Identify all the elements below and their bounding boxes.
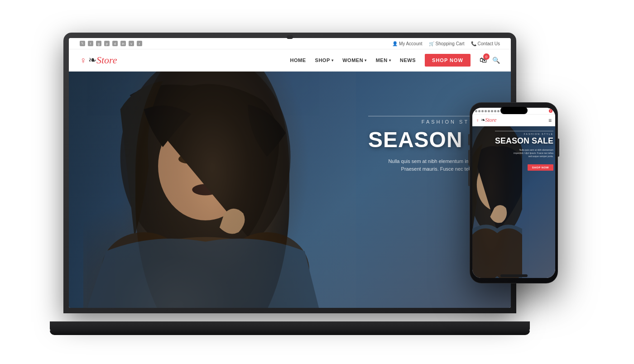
laptop-body: 𝕏 f g p d in v r 👤 My Accou bbox=[63, 33, 516, 313]
phone-cart-badge: 0 bbox=[549, 109, 552, 113]
laptop-device: 𝕏 f g p d in v r 👤 My Accou bbox=[63, 33, 516, 331]
vimeo-icon[interactable]: v bbox=[129, 41, 134, 46]
nav-shop[interactable]: SHOP ▾ bbox=[315, 57, 334, 63]
google-plus-icon[interactable]: g bbox=[96, 41, 101, 46]
phone-social-dot-5 bbox=[488, 110, 490, 112]
phone-social-dot-7 bbox=[494, 110, 496, 112]
phone-notch bbox=[500, 107, 528, 114]
user-icon: 👤 bbox=[392, 41, 398, 46]
logo-icon: ♀ bbox=[80, 55, 86, 66]
laptop-website: 𝕏 f g p d in v r 👤 My Accou bbox=[69, 38, 511, 308]
dribbble-icon[interactable]: d bbox=[112, 41, 118, 46]
season-sale-title: SEASON S bbox=[368, 128, 484, 152]
phone-volume-down-button bbox=[468, 170, 470, 186]
hero-woman-image bbox=[69, 72, 356, 308]
phone-hero-description: Nulla quis sem at nibh elementum imperdi… bbox=[513, 148, 553, 158]
laptop-screen: 𝕏 f g p d in v r 👤 My Accou bbox=[69, 38, 511, 308]
phone-hamburger-button[interactable]: ≡ bbox=[548, 117, 552, 124]
phone-social-dot-4 bbox=[485, 110, 487, 112]
hero-description: Nulla quis sem at nibh elementum imperd.… bbox=[375, 158, 484, 172]
nav-news[interactable]: NEWS bbox=[400, 57, 416, 63]
phone-social-dot-6 bbox=[491, 110, 493, 112]
search-icon[interactable]: 🔍 bbox=[492, 57, 500, 64]
top-links-group: 👤 My Account 🛒 Shopping Cart 📞 Contact U… bbox=[392, 41, 500, 46]
shop-chevron-icon: ▾ bbox=[331, 58, 334, 62]
shopping-cart-link[interactable]: 🛒 Shopping Cart bbox=[429, 41, 465, 46]
phone-mute-button bbox=[468, 134, 470, 145]
phone-social-dot-8 bbox=[497, 110, 500, 112]
laptop-camera bbox=[287, 35, 293, 39]
shopping-cart-label: Shopping Cart bbox=[436, 41, 465, 46]
phone-hero-section: FASHION STYLE SEASON SALE Nulla quis sem… bbox=[472, 126, 555, 278]
women-chevron-icon: ▾ bbox=[365, 58, 367, 62]
instagram-icon[interactable]: in bbox=[120, 41, 126, 46]
contact-us-label: Contact Us bbox=[478, 41, 500, 46]
fashion-style-label: FASHION STYLE bbox=[368, 116, 484, 125]
pinterest-icon[interactable]: p bbox=[104, 41, 110, 46]
contact-us-link[interactable]: 📞 Contact Us bbox=[471, 41, 500, 46]
phone-power-button bbox=[558, 139, 559, 157]
phone-navigation: ♀ ❧Store ≡ bbox=[472, 115, 555, 126]
cart-icon-button[interactable]: 🛍 0 bbox=[480, 56, 487, 64]
my-account-label: My Account bbox=[399, 41, 423, 46]
website-top-bar: 𝕏 f g p d in v r 👤 My Accou bbox=[69, 38, 511, 49]
phone-social-dot-3 bbox=[481, 110, 484, 112]
phone-season-title: SEASON SALE bbox=[495, 137, 553, 146]
phone-device: 0 ♀ ❧Store ≡ bbox=[470, 102, 558, 283]
hero-background: FASHION STYLE SEASON S Nulla quis sem at… bbox=[69, 72, 511, 308]
nav-women[interactable]: WOMEN ▾ bbox=[342, 57, 366, 63]
twitter-icon[interactable]: 𝕏 bbox=[80, 41, 85, 46]
phone-screen: 0 ♀ ❧Store ≡ bbox=[472, 108, 555, 278]
hero-woman-svg bbox=[69, 72, 356, 308]
hero-section: FASHION STYLE SEASON S Nulla quis sem at… bbox=[69, 72, 511, 308]
phone-logo-icon: ♀ bbox=[476, 118, 480, 123]
men-chevron-icon: ▾ bbox=[389, 58, 391, 62]
main-scene: 𝕏 f g p d in v r 👤 My Accou bbox=[0, 0, 634, 364]
phone-shop-now-button[interactable]: SHOP NOW bbox=[528, 164, 553, 171]
facebook-icon[interactable]: f bbox=[88, 41, 93, 46]
nav-home[interactable]: HOME bbox=[290, 57, 306, 63]
phone-social-dot-2 bbox=[478, 110, 480, 112]
main-navigation: ♀ ❧Store HOME SHOP ▾ bbox=[69, 49, 511, 72]
phone-home-bar bbox=[500, 274, 528, 277]
phone-fashion-label: FASHION STYLE bbox=[495, 131, 553, 135]
phone-logo: ❧Store bbox=[481, 117, 497, 124]
site-logo[interactable]: ♀ ❧Store bbox=[80, 54, 117, 66]
laptop-base bbox=[50, 321, 530, 331]
laptop-foot bbox=[50, 330, 530, 335]
phone-icon: 📞 bbox=[471, 41, 476, 46]
social-icons-group: 𝕏 f g p d in v r bbox=[80, 41, 142, 46]
cart-icon: 🛒 bbox=[429, 41, 434, 46]
phone-social-icons bbox=[475, 110, 500, 112]
shop-now-button[interactable]: SHOP NOW bbox=[425, 54, 471, 67]
phone-hero-text-content: FASHION STYLE SEASON SALE Nulla quis sem… bbox=[495, 131, 553, 171]
rss-icon[interactable]: r bbox=[137, 41, 142, 46]
cart-nav-group: 🛍 0 🔍 bbox=[480, 56, 500, 64]
cart-count-badge: 0 bbox=[483, 53, 490, 60]
my-account-link[interactable]: 👤 My Account bbox=[392, 41, 423, 46]
phone-social-dot-1 bbox=[475, 110, 477, 112]
nav-links-group: HOME SHOP ▾ WOMEN ▾ MEN bbox=[290, 54, 500, 67]
phone-volume-up-button bbox=[468, 150, 470, 166]
logo-text: ❧Store bbox=[88, 54, 117, 66]
nav-men[interactable]: MEN ▾ bbox=[376, 57, 391, 63]
